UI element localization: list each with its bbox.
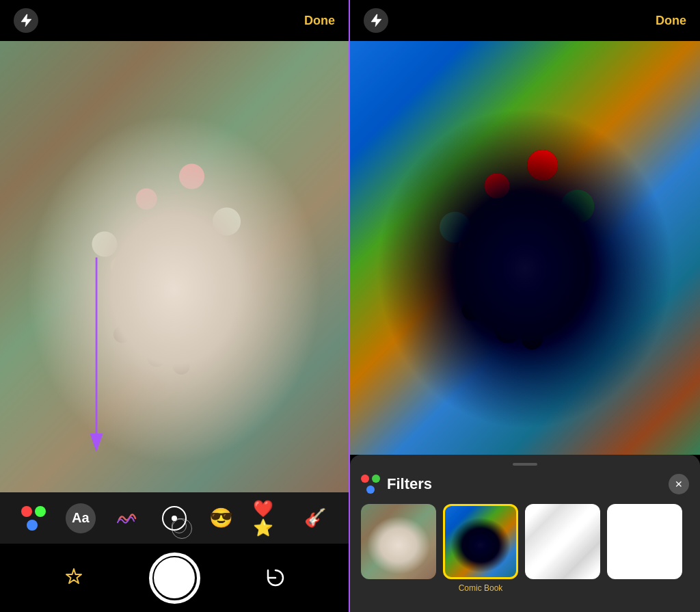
shutter-inner [154, 557, 195, 598]
filters-scroll: Comic Book [350, 504, 700, 593]
filter-thumb-comic-book [443, 504, 518, 579]
sticker-icon: 😎 [209, 507, 233, 529]
filtered-photo [350, 41, 700, 455]
left-done-button[interactable]: Done [304, 14, 335, 28]
filter-item-original[interactable] [361, 504, 436, 593]
filters-color-icon [361, 475, 380, 494]
left-panel: Done Aa [0, 0, 350, 612]
live-photo-button[interactable] [159, 503, 189, 533]
effects-icon: ❤️⭐ [253, 499, 283, 537]
left-toolbar: Aa 😎 ❤️⭐ 🎸 [0, 492, 349, 544]
flash-icon [20, 13, 32, 28]
effects-button[interactable]: ❤️⭐ [253, 503, 283, 533]
left-photo-area [0, 41, 349, 492]
filter-thumb-sketch2 [607, 504, 682, 579]
star-icon [61, 565, 87, 591]
filters-title-row: Filters [361, 475, 432, 494]
flash-button[interactable] [14, 8, 38, 33]
filters-title: Filters [387, 475, 432, 493]
favorites-button[interactable] [57, 561, 91, 595]
filters-close-button[interactable]: ✕ [669, 474, 689, 494]
music-button[interactable]: 🎸 [300, 503, 330, 533]
original-photo [0, 41, 349, 492]
right-flash-icon [370, 13, 382, 28]
filter-item-sketch2[interactable] [607, 504, 682, 593]
right-header: Done [350, 0, 700, 41]
left-header: Done [0, 0, 349, 41]
close-icon: ✕ [675, 479, 683, 490]
flip-camera-button[interactable] [258, 561, 293, 595]
scribble-icon [115, 506, 139, 531]
filters-header: Filters ✕ [350, 474, 700, 494]
filter-thumb-original [361, 504, 436, 579]
sticker-button[interactable]: 😎 [206, 503, 237, 533]
filter-item-sketch[interactable] [525, 504, 600, 593]
filter-label-comic-book: Comic Book [459, 583, 503, 593]
color-circles-icon [21, 506, 46, 531]
color-filter-button[interactable] [18, 503, 49, 533]
shutter-button[interactable] [149, 553, 200, 604]
right-panel: Done Filters ✕ [350, 0, 700, 612]
scribble-button[interactable] [112, 503, 142, 533]
live-icon [162, 506, 187, 531]
text-button[interactable]: Aa [66, 503, 96, 533]
filter-item-comic-book[interactable]: Comic Book [443, 504, 518, 593]
guitar-icon: 🎸 [304, 507, 326, 529]
left-bottom-bar [0, 544, 349, 612]
panel-handle [513, 463, 537, 466]
filter-thumb-sketch [525, 504, 600, 579]
rotate-icon [264, 566, 287, 589]
filters-panel: Filters ✕ Comic Book [350, 455, 700, 612]
right-photo-area [350, 41, 700, 455]
right-flash-button[interactable] [364, 8, 388, 33]
right-done-button[interactable]: Done [656, 14, 686, 28]
